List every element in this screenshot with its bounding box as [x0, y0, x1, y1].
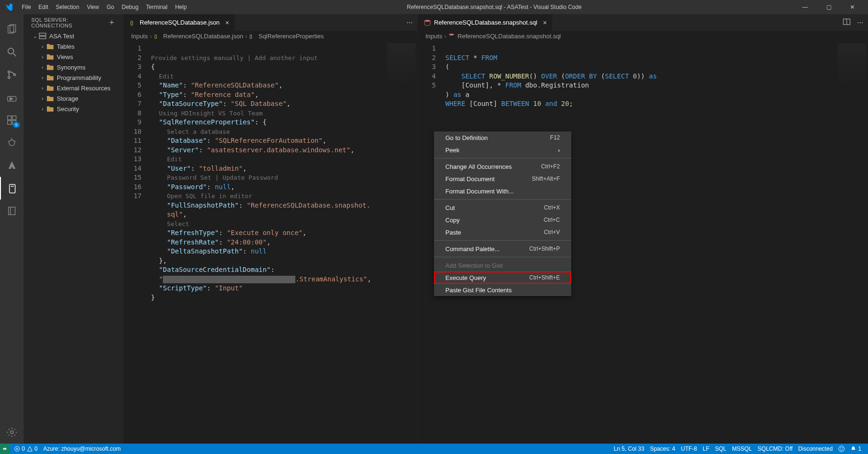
- menu-file[interactable]: File: [18, 0, 35, 14]
- context-menu-execute-query[interactable]: Execute QueryCtrl+Shift+E: [434, 271, 571, 284]
- window-title: ReferenceSQLDatabase.snapshot.sql - ASAT…: [191, 4, 798, 10]
- close-tab-icon[interactable]: ×: [225, 19, 229, 26]
- cm-label: Paste Gist File Contents: [445, 287, 512, 294]
- tree-item-external-resources[interactable]: ›External Resources: [27, 83, 119, 93]
- status-spaces[interactable]: Spaces: 4: [647, 445, 678, 452]
- add-connection-icon[interactable]: ＋: [108, 17, 116, 27]
- status-sqlcmd[interactable]: SQLCMD: Off: [755, 445, 796, 452]
- minimize-button[interactable]: —: [798, 4, 812, 10]
- bc-prop[interactable]: SqlReferenceProperties: [258, 33, 324, 40]
- status-feedback-icon[interactable]: [835, 445, 848, 452]
- svg-point-34: [839, 446, 844, 452]
- azure-icon[interactable]: [0, 154, 24, 177]
- cm-label: Go to Definition: [445, 134, 488, 141]
- status-bell-icon[interactable]: 1: [848, 445, 864, 452]
- cm-label: Cut: [445, 204, 455, 211]
- tree-item-security[interactable]: ›Security: [27, 104, 119, 114]
- bc-inputs[interactable]: Inputs: [425, 33, 442, 40]
- more-actions-icon[interactable]: ⋯: [857, 19, 863, 26]
- maximize-button[interactable]: ▢: [822, 4, 836, 10]
- debug-alt-icon[interactable]: [0, 131, 24, 154]
- cm-shortcut: Ctrl+X: [544, 204, 560, 211]
- tree-root-label: ASA Test: [49, 33, 74, 40]
- menu-go[interactable]: Go: [103, 0, 118, 14]
- status-eol[interactable]: LF: [700, 445, 712, 452]
- menu-terminal[interactable]: Terminal: [142, 0, 171, 14]
- cm-shortcut: Ctrl+Shift+P: [529, 245, 560, 252]
- sidebar-header: SQL SERVER: CONNECTIONS ＋: [24, 14, 123, 31]
- context-menu-format-document-with-[interactable]: Format Document With...: [434, 185, 571, 197]
- menu-selection[interactable]: Selection: [52, 0, 83, 14]
- editor-pane-sql: ReferenceSQLDatabase.snapshot.sql × ⋯ In…: [417, 14, 868, 444]
- search-icon[interactable]: [0, 41, 24, 63]
- split-editor-icon[interactable]: [843, 18, 850, 27]
- svg-point-21: [10, 431, 13, 434]
- svg-point-5: [8, 77, 10, 79]
- status-disconnected[interactable]: Disconnected: [796, 445, 836, 452]
- tree-item-views[interactable]: ›Views: [27, 52, 119, 62]
- tree-item-label: Programmability: [57, 74, 101, 81]
- status-lang[interactable]: SQL: [712, 445, 729, 452]
- menu-view[interactable]: View: [83, 0, 103, 14]
- explorer-icon[interactable]: [0, 18, 24, 41]
- svg-rect-23: [39, 36, 46, 39]
- close-button[interactable]: ✕: [845, 4, 859, 10]
- tree-root[interactable]: ⌄ ASA Test: [27, 31, 119, 41]
- remote-icon[interactable]: [0, 444, 9, 454]
- breadcrumb-left[interactable]: Inputs › {} ReferenceSQLDatabase.json › …: [124, 31, 417, 41]
- context-menu-go-to-definition[interactable]: Go to DefinitionF12: [434, 131, 571, 144]
- extensions-icon[interactable]: 5: [0, 109, 24, 131]
- context-menu-paste[interactable]: PasteCtrl+V: [434, 226, 571, 238]
- menu-edit[interactable]: Edit: [35, 0, 52, 14]
- cm-shortcut: Ctrl+F2: [541, 163, 560, 170]
- context-menu-cut[interactable]: CutCtrl+X: [434, 201, 571, 214]
- redacted-domain: [163, 276, 295, 283]
- context-menu-separator: [434, 158, 571, 158]
- settings-gear-icon[interactable]: [0, 421, 24, 444]
- context-menu-change-all-occurrences[interactable]: Change All OccurrencesCtrl+F2: [434, 160, 571, 173]
- activity-bar: 5: [0, 14, 24, 444]
- status-encoding[interactable]: UTF-8: [678, 445, 700, 452]
- bc-inputs[interactable]: Inputs: [131, 33, 148, 40]
- status-errors[interactable]: 0 0: [11, 445, 40, 452]
- context-menu-separator: [434, 240, 571, 241]
- menu-help[interactable]: Help: [171, 0, 191, 14]
- tree-item-programmability[interactable]: ›Programmability: [27, 72, 119, 83]
- tree-item-synonyms[interactable]: ›Synonyms: [27, 62, 119, 72]
- json-code[interactable]: Provide settings manually | Add another …: [151, 41, 417, 444]
- status-azure[interactable]: Azure: zhouyu@microsoft.com: [40, 445, 124, 452]
- svg-text:{}: {}: [130, 20, 133, 26]
- bc-file[interactable]: ReferenceSQLDatabase.json: [163, 33, 243, 40]
- tabbar-right: ReferenceSQLDatabase.snapshot.sql × ⋯: [418, 14, 868, 31]
- tree-item-label: Security: [57, 105, 79, 113]
- context-menu-separator: [434, 199, 571, 200]
- run-debug-icon[interactable]: [0, 86, 24, 109]
- json-file-icon: {}: [129, 19, 137, 26]
- context-menu-copy[interactable]: CopyCtrl+C: [434, 214, 571, 226]
- svg-point-13: [9, 140, 15, 146]
- json-code-area[interactable]: 1234567891011121314151617 Provide settin…: [124, 41, 417, 444]
- cm-shortcut: Ctrl+C: [544, 217, 560, 223]
- tree-item-tables[interactable]: ›Tables: [27, 41, 119, 52]
- folder-icon: [46, 74, 54, 81]
- close-tab-icon[interactable]: ×: [543, 19, 547, 26]
- book-icon[interactable]: [0, 200, 24, 222]
- menu-debug[interactable]: Debug: [118, 0, 142, 14]
- tree-item-storage[interactable]: ›Storage: [27, 93, 119, 104]
- status-ln-col[interactable]: Ln 5, Col 33: [611, 445, 647, 452]
- breadcrumb-right[interactable]: Inputs › ReferenceSQLDatabase.snapshot.s…: [418, 31, 868, 41]
- bc-file[interactable]: ReferenceSQLDatabase.snapshot.sql: [458, 33, 561, 40]
- context-menu-command-palette-[interactable]: Command Palette...Ctrl+Shift+P: [434, 243, 571, 255]
- folder-icon: [46, 53, 54, 60]
- status-mssql[interactable]: MSSQL: [729, 445, 755, 452]
- tab-sql[interactable]: ReferenceSQLDatabase.snapshot.sql ×: [418, 14, 553, 31]
- context-menu-add-selection-to-gist: Add Selection to Gist: [434, 259, 571, 271]
- tab-json[interactable]: {} ReferenceSQLDatabase.json ×: [124, 14, 235, 31]
- sql-server-icon[interactable]: [0, 177, 24, 200]
- context-menu-peek[interactable]: Peek›: [434, 144, 571, 156]
- context-menu-paste-gist-file-contents[interactable]: Paste Gist File Contents: [434, 284, 571, 296]
- context-menu-format-document[interactable]: Format DocumentShift+Alt+F: [434, 173, 571, 185]
- more-actions-icon[interactable]: ⋯: [407, 19, 413, 26]
- svg-marker-8: [10, 97, 13, 100]
- source-control-icon[interactable]: [0, 63, 24, 86]
